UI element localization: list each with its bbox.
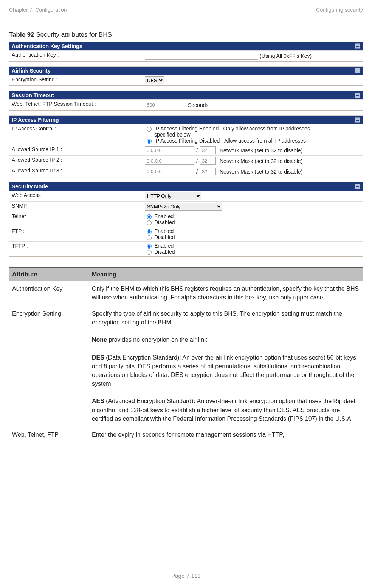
radio-ftp-enabled[interactable] xyxy=(147,229,152,234)
meaning-cell: Enter the expiry in seconds for remote m… xyxy=(89,427,363,443)
auth-key-row: Authentication Key : (Using All 0xFF's K… xyxy=(9,50,363,61)
minimize-icon[interactable] xyxy=(355,68,360,73)
snmp-row: SNMP : SNMPv2c Only xyxy=(9,201,363,212)
radio-label: Enabled xyxy=(154,228,174,234)
aes-label: AES xyxy=(92,398,104,404)
panel-header: IP Access Filtering xyxy=(9,116,363,124)
radio-tftp-enabled[interactable] xyxy=(147,244,152,249)
meaning-cell: Specify the type of airlink security to … xyxy=(89,306,363,427)
ftp-row: FTP : Enabled Disabled xyxy=(9,227,363,241)
panel-ip-filtering: IP Access Filtering IP Access Control : … xyxy=(9,115,363,177)
radio-tftp-disabled[interactable] xyxy=(147,250,152,255)
text: provides no encryption on the air link. xyxy=(107,337,209,343)
allowed-ip-row-1: Allowed Source IP 1 : / Network Mask (se… xyxy=(9,145,363,155)
none-label: None xyxy=(92,337,107,343)
slash: / xyxy=(196,158,198,164)
radio-ftp-disabled[interactable] xyxy=(147,235,152,240)
field-label: TFTP : xyxy=(9,242,143,256)
mask-note: Network Mask (set to 32 to disable) xyxy=(220,169,302,175)
auth-key-input[interactable] xyxy=(145,52,258,60)
panel-auth-key: Authentication Key Settings Authenticati… xyxy=(9,42,363,62)
panel-title: Security Mode xyxy=(12,183,48,189)
field-label: Web, Telnet, FTP Session Timeout : xyxy=(9,100,143,110)
table-number: Table 92 xyxy=(9,31,34,38)
panel-header: Airlink Security xyxy=(9,67,363,75)
radio-telnet-enabled[interactable] xyxy=(147,214,152,219)
col-meaning: Meaning xyxy=(89,268,363,281)
field-label: Web Access : xyxy=(9,191,143,201)
panel-header: Session Timeout xyxy=(9,91,363,99)
allowed-ip-row-3: Allowed Source IP 3 : / Network Mask (se… xyxy=(9,166,363,177)
field-label: Allowed Source IP 2 : xyxy=(9,156,143,166)
radio-ip-enabled[interactable] xyxy=(147,127,152,132)
mask3-input[interactable] xyxy=(200,168,216,175)
radio-ip-disabled[interactable] xyxy=(147,139,152,144)
panel-title: Session Timeout xyxy=(12,92,54,98)
field-label: Authentication Key : xyxy=(9,51,143,61)
section-label: Configuring security xyxy=(316,7,363,13)
ip3-input[interactable] xyxy=(145,168,194,175)
table-caption: Table 92 Security attributes for BHS xyxy=(9,31,363,39)
mask2-input[interactable] xyxy=(200,157,216,165)
radio-label: IP Access Filtering Enabled - Only allow… xyxy=(154,126,313,138)
telnet-row: Telnet : Enabled Disabled xyxy=(9,212,363,227)
field-label: IP Access Control : xyxy=(9,124,143,145)
field-label: FTP : xyxy=(9,227,143,241)
panel-header: Security Mode xyxy=(9,182,363,191)
table-row: Encryption Setting Specify the type of a… xyxy=(9,306,363,427)
timeout-input[interactable] xyxy=(145,101,186,109)
panel-title: IP Access Filtering xyxy=(12,117,59,123)
text: (Advanced Encryption Standard) xyxy=(104,398,194,404)
attr-cell: Web, Telnet, FTP xyxy=(9,427,89,443)
panel-header: Authentication Key Settings xyxy=(9,42,363,50)
field-label: Encryption Setting : xyxy=(9,75,143,85)
field-label: Allowed Source IP 3 : xyxy=(9,166,143,177)
attr-cell: Authentication Key xyxy=(9,281,89,306)
timeout-row: Web, Telnet, FTP Session Timeout : Secon… xyxy=(9,99,363,110)
col-attribute: Attribute xyxy=(9,268,89,281)
chapter-label: Chapter 7: Configuration xyxy=(9,7,67,13)
ip-control-row: IP Access Control : IP Access Filtering … xyxy=(9,124,363,145)
radio-label: Enabled xyxy=(154,213,174,219)
panel-title: Airlink Security xyxy=(12,68,51,74)
minimize-icon[interactable] xyxy=(355,117,360,123)
field-label: SNMP : xyxy=(9,202,143,212)
panel-session-timeout: Session Timeout Web, Telnet, FTP Session… xyxy=(9,91,363,111)
field-label: Telnet : xyxy=(9,212,143,227)
definitions-table: Attribute Meaning Authentication Key Onl… xyxy=(9,267,363,443)
minimize-icon[interactable] xyxy=(355,93,360,98)
mask1-input[interactable] xyxy=(200,146,216,154)
panel-title: Authentication Key Settings xyxy=(12,43,82,49)
panel-security-mode: Security Mode Web Access : HTTP Only SNM… xyxy=(9,182,363,257)
radio-label: Disabled xyxy=(154,219,175,225)
mask-note: Network Mask (set to 32 to disable) xyxy=(220,147,302,154)
ip1-input[interactable] xyxy=(145,146,194,154)
web-access-row: Web Access : HTTP Only xyxy=(9,191,363,201)
ip2-input[interactable] xyxy=(145,157,194,165)
minimize-icon[interactable] xyxy=(355,184,360,189)
slash: / xyxy=(196,169,198,175)
mask-note: Network Mask (set to 32 to disable) xyxy=(220,158,302,164)
snmp-select[interactable]: SNMPv2c Only xyxy=(145,203,222,211)
web-access-select[interactable]: HTTP Only xyxy=(145,192,202,200)
slash: / xyxy=(196,147,198,154)
page-number: Page 7-113 xyxy=(0,572,372,579)
minimize-icon[interactable] xyxy=(355,43,360,49)
tftp-row: TFTP : Enabled Disabled xyxy=(9,241,363,256)
table-header-row: Attribute Meaning xyxy=(9,268,363,281)
text: Specify the type of airlink security to … xyxy=(92,310,342,326)
radio-label: Disabled xyxy=(154,249,175,255)
text: (Data Encryption Standard): An over-the-… xyxy=(92,354,356,387)
timeout-suffix: Seconds xyxy=(188,102,208,108)
attr-cell: Encryption Setting xyxy=(9,306,89,427)
meaning-cell: Only if the BHM to which this BHS regist… xyxy=(89,281,363,306)
encryption-select[interactable]: DES xyxy=(145,76,164,84)
radio-label: Disabled xyxy=(154,234,175,240)
radio-telnet-disabled[interactable] xyxy=(147,220,152,225)
table-row: Authentication Key Only if the BHM to wh… xyxy=(9,281,363,306)
allowed-ip-row-2: Allowed Source IP 2 : / Network Mask (se… xyxy=(9,155,363,166)
page-header: Chapter 7: Configuration Configuring sec… xyxy=(9,7,363,13)
panel-airlink: Airlink Security Encryption Setting : DE… xyxy=(9,66,363,86)
auth-key-suffix: (Using All 0xFF's Key) xyxy=(260,53,312,59)
des-label: DES xyxy=(92,354,104,361)
